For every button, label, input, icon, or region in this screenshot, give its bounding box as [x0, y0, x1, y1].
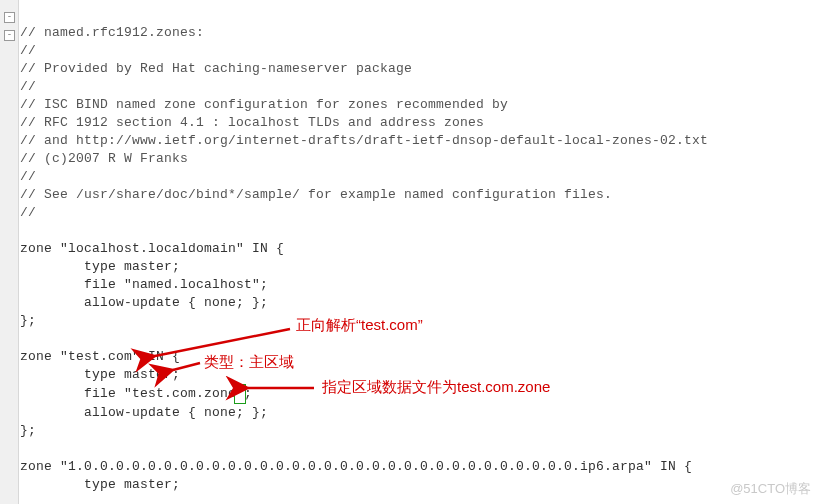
code-line: // (c)2007 R W Franks [20, 151, 188, 166]
code-line: // ISC BIND named zone configuration for… [20, 97, 508, 112]
code-line: zone "test.com" IN { [20, 349, 180, 364]
code-area[interactable]: // named.rfc1912.zones: // // Provided b… [20, 6, 817, 494]
code-line: // and http://www.ietf.org/internet-draf… [20, 133, 708, 148]
code-line: // Provided by Red Hat caching-nameserve… [20, 61, 412, 76]
code-line: // [20, 79, 36, 94]
code-line: zone "localhost.localdomain" IN { [20, 241, 284, 256]
fold-icon[interactable]: - [4, 30, 15, 41]
code-line: type master; [20, 259, 180, 274]
code-line: allow-update { none; }; [20, 405, 268, 420]
watermark: @51CTO博客 [730, 480, 811, 498]
code-line: type master; [20, 367, 180, 382]
code-line: // See /usr/share/doc/bind*/sample/ for … [20, 187, 612, 202]
code-line: }; [20, 313, 36, 328]
code-line: file "test.com.zone"; [20, 386, 252, 401]
code-line: // RFC 1912 section 4.1 : localhost TLDs… [20, 115, 484, 130]
code-line: }; [20, 423, 36, 438]
code-line: file "named.localhost"; [20, 277, 268, 292]
fold-icon[interactable]: - [4, 12, 15, 23]
code-line: zone "1.0.0.0.0.0.0.0.0.0.0.0.0.0.0.0.0.… [20, 459, 692, 474]
editor-gutter: - - [0, 0, 19, 504]
code-line: type master; [20, 477, 180, 492]
code-line: // named.rfc1912.zones: [20, 25, 204, 40]
code-line: // [20, 43, 36, 58]
code-line: // [20, 205, 36, 220]
code-line: allow-update { none; }; [20, 295, 268, 310]
code-line: // [20, 169, 36, 184]
